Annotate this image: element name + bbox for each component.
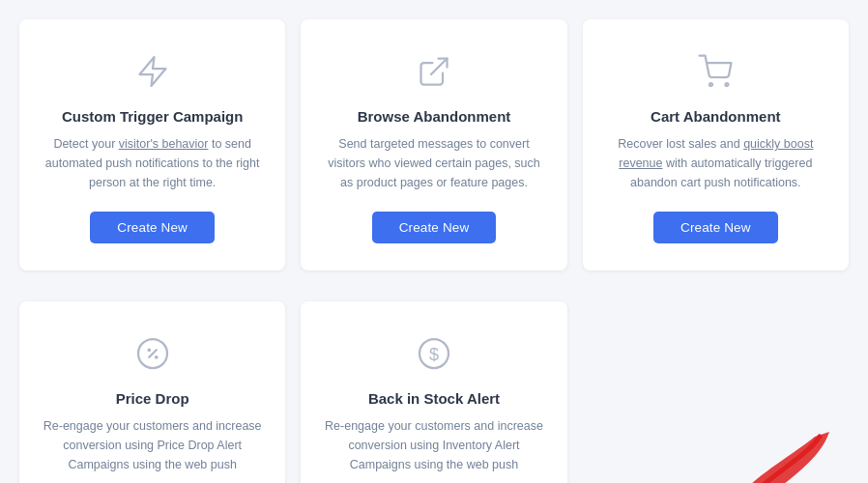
svg-point-6 xyxy=(156,356,158,358)
lightning-icon xyxy=(130,48,176,95)
card-desc-cart-abandonment: Recover lost sales and quickly boost rev… xyxy=(606,134,825,192)
svg-line-0 xyxy=(431,59,448,75)
card-cart-abandonment: Cart Abandonment Recover lost sales and … xyxy=(583,19,849,270)
svg-point-1 xyxy=(709,83,712,86)
card-custom-trigger: Custom Trigger Campaign Detect your visi… xyxy=(19,19,285,270)
svg-text:$: $ xyxy=(429,345,439,364)
card-browse-abandonment: Browse Abandonment Send targeted message… xyxy=(301,19,566,270)
card-desc-browse-abandonment: Send targeted messages to convert visito… xyxy=(324,134,543,192)
campaign-grid-row2: Price Drop Re-engage your customers and … xyxy=(19,301,849,483)
card-title-custom-trigger: Custom Trigger Campaign xyxy=(62,108,244,125)
card-desc-price-drop: Re-engage your customers and increase co… xyxy=(43,416,262,474)
card-title-price-drop: Price Drop xyxy=(116,390,189,407)
card-back-in-stock: $ Back in Stock Alert Re-engage your cus… xyxy=(301,301,566,483)
create-new-button-cart-abandonment[interactable]: Create New xyxy=(653,212,778,243)
card-title-cart-abandonment: Cart Abandonment xyxy=(651,108,780,125)
cart-icon xyxy=(692,48,738,95)
card-price-drop: Price Drop Re-engage your customers and … xyxy=(19,301,285,483)
external-link-icon xyxy=(411,48,457,95)
card-desc-custom-trigger: Detect your visitor's behavior to send a… xyxy=(43,134,262,192)
card-title-browse-abandonment: Browse Abandonment xyxy=(358,108,511,125)
svg-point-5 xyxy=(148,350,150,352)
campaign-grid-row1: Custom Trigger Campaign Detect your visi… xyxy=(19,19,849,286)
card-desc-back-in-stock: Re-engage your customers and increase co… xyxy=(324,416,543,474)
create-new-button-custom-trigger[interactable]: Create New xyxy=(90,212,215,243)
dollar-icon: $ xyxy=(411,330,457,377)
percent-icon xyxy=(130,330,176,377)
create-new-button-browse-abandonment[interactable]: Create New xyxy=(372,212,497,243)
card-title-back-in-stock: Back in Stock Alert xyxy=(368,390,500,407)
svg-point-2 xyxy=(726,83,729,86)
